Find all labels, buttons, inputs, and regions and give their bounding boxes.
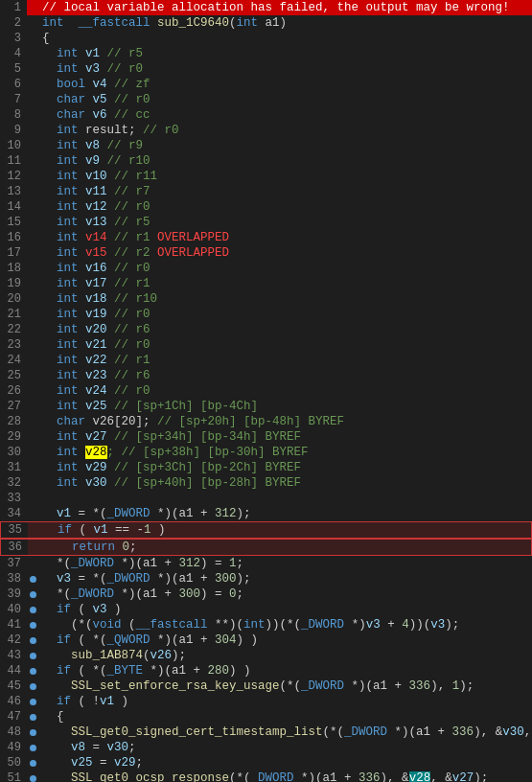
- line-content: int v22 // r1: [38, 353, 532, 368]
- line-content: if ( v1 == -1 ): [39, 522, 531, 538]
- line-content: SSL_get0_signed_cert_timestamp_list(*(_D…: [38, 724, 532, 740]
- line-number: 29: [0, 429, 27, 445]
- code-line-21: 21 int v19 // r0: [0, 307, 532, 322]
- line-number: 50: [0, 755, 27, 770]
- code-line-41: 41 (*(void (__fastcall **)(int))(*(_DWOR…: [0, 617, 532, 632]
- code-line-25: 25 int v23 // r6: [0, 368, 532, 383]
- line-content: if ( !v1 ): [38, 694, 532, 709]
- line-number: 25: [0, 368, 27, 383]
- line-number: 9: [0, 123, 27, 138]
- code-line-36: 36 return 0;: [0, 539, 532, 556]
- line-dot: [27, 745, 38, 751]
- line-number: 40: [0, 602, 27, 617]
- line-number: 32: [0, 475, 27, 491]
- line-content: int v13 // r5: [38, 215, 532, 230]
- line-number: 37: [0, 556, 27, 571]
- line-number: 39: [0, 586, 27, 602]
- line-dot: [27, 607, 38, 613]
- line-number: 4: [0, 46, 27, 61]
- code-line-4: 4 int v1 // r5: [0, 46, 532, 61]
- line-content: v1 = *(_DWORD *)(a1 + 312);: [38, 506, 532, 521]
- line-number: 1: [0, 0, 27, 15]
- line-number: 23: [0, 337, 27, 353]
- code-line-46: 46 if ( !v1 ): [0, 694, 532, 709]
- line-content: int v10 // r11: [38, 169, 532, 184]
- line-number: 20: [0, 291, 27, 307]
- line-number: 18: [0, 261, 27, 276]
- line-content: if ( *(_QWORD *)(a1 + 304) ): [38, 632, 532, 648]
- line-number: 21: [0, 307, 27, 322]
- code-line-24: 24 int v22 // r1: [0, 353, 532, 368]
- line-number: 38: [0, 571, 27, 586]
- line-number: 3: [0, 31, 27, 46]
- line-number: 47: [0, 709, 27, 724]
- code-line-2: 2int __fastcall sub_1C9640(int a1): [0, 15, 532, 31]
- line-number: 10: [0, 138, 27, 153]
- line-content: int __fastcall sub_1C9640(int a1): [38, 15, 532, 31]
- line-dot: [27, 576, 38, 583]
- line-content: {: [38, 31, 532, 46]
- code-line-20: 20 int v18 // r10: [0, 291, 532, 307]
- line-content: (*(void (__fastcall **)(int))(*(_DWORD *…: [38, 617, 532, 632]
- code-line-3: 3{: [0, 31, 532, 46]
- line-content: int v1 // r5: [38, 46, 532, 61]
- line-content: v8 = v30;: [38, 740, 532, 755]
- code-line-47: 47 {: [0, 709, 532, 724]
- line-content: char v26[20]; // [sp+20h] [bp-48h] BYREF: [38, 414, 532, 429]
- line-content: int v20 // r6: [38, 322, 532, 337]
- line-number: 22: [0, 322, 27, 337]
- code-line-39: 39 *(_DWORD *)(a1 + 300) = 0;: [0, 586, 532, 602]
- line-number: 35: [1, 522, 28, 538]
- code-line-19: 19 int v17 // r1: [0, 276, 532, 291]
- line-content: return 0;: [39, 540, 531, 555]
- line-number: 33: [0, 491, 27, 506]
- code-line-23: 23 int v21 // r0: [0, 337, 532, 353]
- code-line-13: 13 int v11 // r7: [0, 184, 532, 199]
- code-line-48: 48 SSL_get0_signed_cert_timestamp_list(*…: [0, 724, 532, 740]
- line-content: int v28; // [sp+38h] [bp-30h] BYREF: [38, 445, 532, 460]
- line-dot: [27, 729, 38, 736]
- line-content: int v15 // r2 OVERLAPPED: [38, 245, 532, 261]
- line-number: 17: [0, 245, 27, 261]
- code-line-11: 11 int v9 // r10: [0, 153, 532, 169]
- line-content: int v21 // r0: [38, 337, 532, 353]
- code-line-38: 38 v3 = *(_DWORD *)(a1 + 300);: [0, 571, 532, 586]
- line-number: 28: [0, 414, 27, 429]
- line-content: int v16 // r0: [38, 261, 532, 276]
- line-number: 46: [0, 694, 27, 709]
- code-line-28: 28 char v26[20]; // [sp+20h] [bp-48h] BY…: [0, 414, 532, 429]
- line-content: int v27 // [sp+34h] [bp-34h] BYREF: [38, 429, 532, 445]
- line-content: int v12 // r0: [38, 199, 532, 215]
- line-dot: [27, 760, 38, 767]
- line-number: 45: [0, 678, 27, 694]
- line-content: SSL_get0_ocsp_response(*(_DWORD *)(a1 + …: [38, 770, 532, 782]
- code-line-30: 30 int v28; // [sp+38h] [bp-30h] BYREF: [0, 445, 532, 460]
- line-number: 5: [0, 61, 27, 77]
- line-number: 49: [0, 740, 27, 755]
- line-number: 14: [0, 199, 27, 215]
- line-content: *(_DWORD *)(a1 + 312) = 1;: [38, 556, 532, 571]
- code-line-31: 31 int v29 // [sp+3Ch] [bp-2Ch] BYREF: [0, 460, 532, 475]
- line-content: int v11 // r7: [38, 184, 532, 199]
- code-line-10: 10 int v8 // r9: [0, 138, 532, 153]
- line-number: 8: [0, 107, 27, 123]
- line-dot: [27, 653, 38, 659]
- line-content: *(_DWORD *)(a1 + 300) = 0;: [38, 586, 532, 602]
- code-line-9: 9 int result; // r0: [0, 123, 532, 138]
- line-content: int v18 // r10: [38, 291, 532, 307]
- line-content: v25 = v29;: [38, 755, 532, 770]
- line-content: char v5 // r0: [38, 92, 532, 107]
- code-line-35: 35 if ( v1 == -1 ): [0, 521, 532, 539]
- line-number: 44: [0, 663, 27, 678]
- line-number: 42: [0, 632, 27, 648]
- line-number: 7: [0, 92, 27, 107]
- line-content: int v24 // r0: [38, 383, 532, 399]
- line-content: int v30 // [sp+40h] [bp-28h] BYREF: [38, 475, 532, 491]
- line-number: 51: [0, 770, 27, 782]
- code-line-15: 15 int v13 // r5: [0, 215, 532, 230]
- line-content: if ( v3 ): [38, 602, 532, 617]
- code-line-37: 37 *(_DWORD *)(a1 + 312) = 1;: [0, 556, 532, 571]
- code-line-12: 12 int v10 // r11: [0, 169, 532, 184]
- code-line-51: 51 SSL_get0_ocsp_response(*(_DWORD *)(a1…: [0, 770, 532, 782]
- code-line-49: 49 v8 = v30;: [0, 740, 532, 755]
